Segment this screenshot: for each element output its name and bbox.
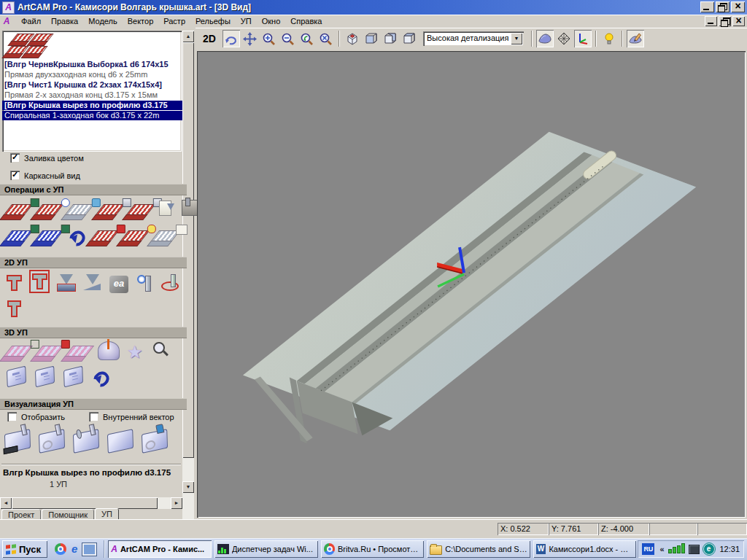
save-toolpath-icon[interactable] <box>3 204 34 216</box>
menu-file[interactable]: Файл <box>16 15 46 27</box>
toolpath-name-selected[interactable]: [Влгр Крышка вырез по профилю d3.175 <box>2 101 184 110</box>
task-artcam[interactable]: A ArtCAM Pro - Камис... <box>108 540 212 558</box>
isometric-view-button[interactable] <box>344 30 361 47</box>
minimize-button[interactable] <box>700 1 714 12</box>
delete-simulation-icon[interactable] <box>142 429 168 454</box>
smart-engraving-icon[interactable]: ea <box>109 276 128 293</box>
tray-collapse-icon[interactable]: « <box>659 545 664 553</box>
task-explorer-folder[interactable]: C:\Documents and Set... <box>427 540 530 558</box>
display-tray-icon[interactable] <box>689 545 700 554</box>
start-button[interactable]: Пуск <box>2 540 47 558</box>
toolpath-summary-icon[interactable] <box>159 201 171 216</box>
toolpath-list[interactable]: [Влгр ЧернвКрышка Выборка1 d6 174x15 Пря… <box>2 31 182 152</box>
network-signal-icon[interactable] <box>668 545 685 553</box>
toolpath-tool[interactable]: Прямая 2-х заходная конц d3.175 x 15мм <box>2 90 184 100</box>
scrollbar-thumb[interactable] <box>182 42 194 458</box>
drilling-icon[interactable] <box>136 274 153 293</box>
area-clearance-icon[interactable] <box>29 270 50 293</box>
section-simulation-header: Визуализация УП <box>0 398 187 410</box>
3d-rest-machining-icon[interactable] <box>98 341 120 360</box>
menu-model[interactable]: Модель <box>83 15 122 27</box>
toolpath-tool-selected[interactable]: Спиральная 1-заходная бок d3.175 x 22m <box>2 111 184 120</box>
internet-explorer-icon[interactable]: e <box>71 543 77 555</box>
profile-with-drill-icon[interactable] <box>6 298 22 319</box>
viewport-3d[interactable] <box>197 51 746 518</box>
restore-button[interactable] <box>716 1 729 12</box>
inner-vector-checkbox-row[interactable]: Внутренний вектор <box>89 412 174 421</box>
rotate-view-button[interactable] <box>222 30 240 47</box>
engrave-plaque-2-icon[interactable] <box>35 365 55 387</box>
simulate-control-icon[interactable] <box>39 429 65 454</box>
mdi-close-button[interactable] <box>732 16 745 26</box>
fill-color-checkbox[interactable] <box>10 153 20 163</box>
save-toolpath-as-icon[interactable] <box>3 230 34 242</box>
menu-reliefs[interactable]: Рельефы <box>190 15 236 27</box>
scroll-down-icon[interactable] <box>182 481 194 493</box>
wireframe-view-button[interactable] <box>555 30 573 47</box>
simulate-toolpath-icon[interactable] <box>4 429 31 454</box>
profile-toolpath-icon[interactable] <box>6 274 22 293</box>
inner-vector-checkbox[interactable] <box>89 412 98 421</box>
menu-vector[interactable]: Вектор <box>123 15 159 27</box>
inlay-wizard-icon[interactable] <box>160 274 179 293</box>
detail-level-dropdown[interactable]: Высокая детализация <box>423 31 524 46</box>
toolpath-undo-icon[interactable] <box>91 370 109 386</box>
lighting-button[interactable] <box>600 30 618 47</box>
reset-simulation-icon[interactable] <box>107 429 133 454</box>
zoom-out-button[interactable] <box>279 30 297 47</box>
task-taskmanager[interactable]: Диспетчер задач Wi... <box>214 540 318 558</box>
scrollbar-thumb[interactable] <box>12 497 158 509</box>
scroll-up-icon[interactable] <box>182 31 194 42</box>
menu-toolpaths[interactable]: УП <box>236 15 257 27</box>
menu-help[interactable]: Справка <box>285 15 327 27</box>
engrave-plaque-3-icon[interactable] <box>63 365 83 387</box>
show-simulation-checkbox[interactable] <box>7 412 17 421</box>
preview-relief-icon[interactable] <box>150 340 171 360</box>
bevel-carving-icon[interactable] <box>83 274 102 293</box>
mdi-restore-button[interactable] <box>719 16 731 26</box>
menu-edit[interactable]: Правка <box>46 15 83 27</box>
relief-star-icon[interactable] <box>127 343 143 362</box>
copy-toolpath-icon[interactable] <box>89 230 120 242</box>
panel-horizontal-scrollbar[interactable] <box>0 497 182 509</box>
view-along-z-button[interactable] <box>400 30 418 47</box>
show-desktop-icon[interactable] <box>82 543 96 556</box>
shaded-relief-icon <box>538 31 552 46</box>
menu-bitmap[interactable]: Растр <box>158 15 190 27</box>
panel-vertical-scrollbar[interactable] <box>182 31 194 521</box>
chrome-icon[interactable] <box>55 543 66 555</box>
pan-view-button[interactable] <box>241 30 259 47</box>
view-along-x-button[interactable] <box>363 30 380 47</box>
wireframe-checkbox-row[interactable]: Каркасный вид <box>10 171 80 180</box>
toolpath-tool[interactable]: Прямая двухзаходная конц d6 x 25mm <box>2 70 184 79</box>
show-simulation-checkbox-row[interactable]: Отобразить <box>7 412 65 421</box>
machine-relief-icon[interactable] <box>3 346 34 357</box>
wireframe-checkbox[interactable] <box>10 171 20 180</box>
scroll-left-icon[interactable] <box>0 497 12 509</box>
close-button[interactable] <box>731 1 745 12</box>
vbit-carving-icon[interactable] <box>57 274 76 293</box>
toolpath-name[interactable]: [Влгр ЧернвКрышка Выборка1 d6 174x15 <box>2 60 184 69</box>
engrave-plaque-icon[interactable] <box>7 365 26 387</box>
draw-relief-button[interactable] <box>627 30 644 47</box>
fill-color-checkbox-row[interactable]: Заливка цветом <box>10 153 84 163</box>
simulate-all-toolpaths-icon[interactable] <box>73 429 99 454</box>
transform-toolpath-icon[interactable] <box>67 229 85 245</box>
task-browser[interactable]: Britva.Ru • Просмотр ... <box>321 540 425 558</box>
scroll-right-icon[interactable] <box>171 497 182 509</box>
menu-window[interactable]: Окно <box>257 15 286 27</box>
delete-toolpath-icon[interactable] <box>64 204 95 216</box>
language-indicator[interactable]: RU <box>642 543 654 555</box>
axes-toggle-button[interactable] <box>574 30 592 47</box>
view-2d-button[interactable]: 2D <box>203 33 216 44</box>
zoom-previous-button[interactable] <box>298 30 316 47</box>
dropdown-arrow-icon[interactable] <box>511 33 522 44</box>
task-word-document[interactable]: W Камиссори1.docx - Mi... <box>533 540 637 558</box>
view-along-y-button[interactable] <box>382 30 399 47</box>
zoom-in-button[interactable] <box>260 30 278 47</box>
zoom-fit-button[interactable] <box>317 30 335 47</box>
antivirus-tray-icon[interactable]: e <box>703 543 715 555</box>
shaded-view-button[interactable] <box>536 30 554 47</box>
mdi-minimize-button[interactable] <box>705 16 717 26</box>
toolpath-name[interactable]: [Влгр Чист1 Крышка d2 2хзах 174x15x4] <box>2 80 184 90</box>
